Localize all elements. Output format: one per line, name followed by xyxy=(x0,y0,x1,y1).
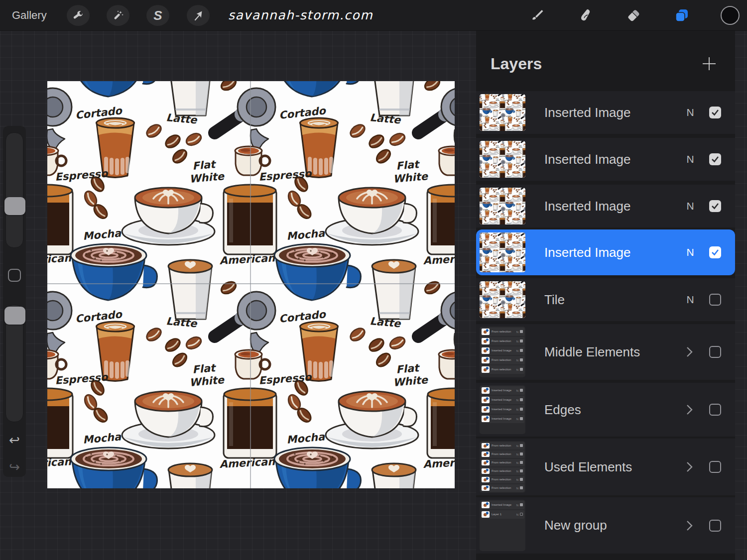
group-row[interactable]: From selectionN From selectionN Inserted… xyxy=(476,324,735,380)
brush-opacity-slider[interactable] xyxy=(5,305,23,422)
selection-button[interactable]: S xyxy=(146,5,169,26)
blend-mode-button[interactable]: N xyxy=(683,229,697,275)
group-row[interactable]: Inserted ImageN Layer 1N New group xyxy=(476,497,735,554)
mini-checkbox xyxy=(520,339,523,342)
expand-group-button[interactable] xyxy=(683,404,695,416)
mini-checkbox xyxy=(520,349,523,352)
mini-blend: N xyxy=(516,453,518,456)
mini-layer-name: Inserted Image xyxy=(492,417,511,420)
mini-layer-name: Inserted Image xyxy=(492,503,511,506)
mini-checkbox xyxy=(520,417,523,420)
brush-opacity-handle[interactable] xyxy=(4,307,25,325)
group-thumbnail[interactable]: From selectionN From selectionN From sel… xyxy=(480,441,525,493)
gallery-button[interactable]: Gallery xyxy=(12,0,47,31)
actions-button[interactable] xyxy=(67,5,90,26)
eraser-icon xyxy=(626,8,641,23)
layer-row[interactable]: Inserted Image N xyxy=(476,138,735,181)
visibility-checkbox[interactable] xyxy=(709,520,721,532)
blend-mode-button[interactable]: N xyxy=(683,138,697,181)
mini-layer-name: From selection xyxy=(492,452,511,455)
expand-group-button[interactable] xyxy=(683,346,695,358)
layer-row-selected[interactable]: Inserted Image N xyxy=(476,229,735,275)
visibility-checkbox[interactable] xyxy=(709,294,721,306)
adjustments-button[interactable] xyxy=(107,5,129,26)
mini-checkbox xyxy=(520,452,523,455)
group-row[interactable]: From selectionN From selectionN From sel… xyxy=(476,439,735,495)
brush-size-slider[interactable] xyxy=(5,132,23,248)
mini-checkbox xyxy=(520,469,523,472)
smudge-tool-button[interactable] xyxy=(573,4,597,27)
blend-mode-button[interactable]: N xyxy=(683,278,697,321)
mini-thumbnail xyxy=(482,460,490,465)
mini-checkbox xyxy=(520,330,523,333)
visibility-checkbox[interactable] xyxy=(709,461,721,473)
layer-name: Tile xyxy=(544,278,565,321)
mini-layer-name: From selection xyxy=(492,330,511,333)
mini-checkbox xyxy=(520,513,523,516)
layer-name: Inserted Image xyxy=(544,91,630,134)
mini-checkbox xyxy=(520,444,523,447)
group-row[interactable]: Inserted ImageN Inserted ImageN Inserted… xyxy=(476,383,735,437)
mini-thumbnail xyxy=(482,397,490,403)
layer-thumbnail[interactable] xyxy=(480,141,525,178)
mini-layer-name: Layer 1 xyxy=(492,513,501,516)
brush-sidebar: ↩ ↪ xyxy=(3,126,26,477)
mini-checkbox xyxy=(520,503,523,506)
expand-group-button[interactable] xyxy=(683,520,695,532)
visibility-checkbox[interactable] xyxy=(709,200,721,212)
mini-thumbnail xyxy=(482,338,490,344)
color-tool-button[interactable] xyxy=(718,4,742,27)
mini-layer-name: Inserted Image xyxy=(492,408,511,411)
redo-button[interactable]: ↪ xyxy=(3,460,26,473)
layer-thumbnail[interactable] xyxy=(480,281,525,318)
paint-tool-button[interactable] xyxy=(525,4,549,27)
group-name: Edges xyxy=(544,383,581,437)
blend-mode-button[interactable]: N xyxy=(683,185,697,227)
mini-layer-name: Inserted Image xyxy=(492,389,511,392)
layer-thumbnail[interactable] xyxy=(480,188,525,224)
mini-thumbnail xyxy=(482,485,490,491)
visibility-checkbox[interactable] xyxy=(709,107,721,118)
layer-row[interactable]: Tile N xyxy=(476,278,735,321)
erase-tool-button[interactable] xyxy=(622,4,645,27)
layer-row[interactable]: Inserted Image N xyxy=(476,91,735,134)
chevron-right-icon xyxy=(683,520,695,532)
mini-blend: N xyxy=(516,340,518,343)
visibility-checkbox[interactable] xyxy=(709,346,721,358)
expand-group-button[interactable] xyxy=(683,461,695,473)
blend-mode-button[interactable]: N xyxy=(683,91,697,134)
document-title: savannah-storm.com xyxy=(228,0,373,31)
group-name: Middle Elements xyxy=(544,324,640,380)
layer-thumbnail[interactable] xyxy=(480,232,525,272)
mini-blend: N xyxy=(516,389,518,392)
color-circle-icon xyxy=(721,6,740,25)
brush-size-handle[interactable] xyxy=(4,197,25,215)
redo-icon: ↪ xyxy=(9,459,20,474)
layers-header: Layers xyxy=(476,31,735,90)
undo-button[interactable]: ↩ xyxy=(3,434,26,447)
layers-tool-button[interactable] xyxy=(670,4,694,27)
layer-row[interactable]: Inserted Image N xyxy=(476,185,735,227)
group-thumbnail[interactable]: Inserted ImageN Layer 1N xyxy=(480,500,525,551)
layer-thumbnail[interactable] xyxy=(480,94,525,131)
mini-blend: N xyxy=(516,504,518,507)
group-thumbnail[interactable]: From selectionN From selectionN Inserted… xyxy=(480,327,525,377)
mini-layer-name: From selection xyxy=(492,478,511,481)
mini-thumbnail xyxy=(482,477,490,482)
transform-button[interactable] xyxy=(187,5,210,26)
mini-layer-name: From selection xyxy=(492,368,511,371)
mini-blend: N xyxy=(516,478,518,481)
mini-layer-name: From selection xyxy=(492,461,511,464)
mini-thumbnail xyxy=(482,387,490,394)
modify-button[interactable] xyxy=(8,269,21,282)
visibility-checkbox[interactable] xyxy=(709,404,721,416)
group-thumbnail[interactable]: Inserted ImageN Inserted ImageN Inserted… xyxy=(480,385,525,434)
mini-thumbnail xyxy=(482,329,490,335)
visibility-checkbox[interactable] xyxy=(709,153,721,165)
add-layer-button[interactable] xyxy=(701,56,717,72)
chevron-right-icon xyxy=(683,346,695,358)
canvas[interactable] xyxy=(47,81,455,488)
mini-thumbnail xyxy=(482,502,490,508)
mini-blend: N xyxy=(516,359,518,362)
visibility-checkbox[interactable] xyxy=(709,246,721,258)
